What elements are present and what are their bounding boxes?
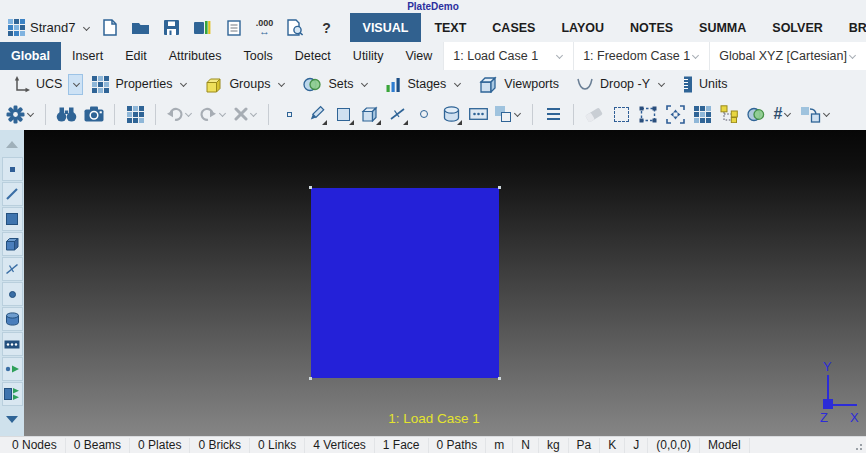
import-button[interactable]: [194, 16, 212, 40]
menu-detect[interactable]: Detect: [284, 42, 342, 70]
menu-utility[interactable]: Utility: [342, 42, 395, 70]
tab-visual[interactable]: VISUAL: [350, 13, 422, 42]
ucs-dropdown-button[interactable]: [68, 74, 83, 95]
find-button[interactable]: [56, 102, 77, 126]
brick-tool-button[interactable]: [360, 102, 380, 126]
status-unit-stress[interactable]: Pa: [569, 438, 601, 453]
status-unit-mass[interactable]: kg: [539, 438, 569, 453]
select-marquee-button[interactable]: [611, 102, 631, 126]
status-vertices[interactable]: 4 Vertices: [305, 438, 375, 453]
sidebar-beam-button[interactable]: [2, 182, 23, 206]
clear-selection-button[interactable]: [584, 102, 604, 126]
path-tool-button[interactable]: [468, 102, 488, 126]
vertex-tool-button[interactable]: [414, 102, 434, 126]
menu-view[interactable]: View: [394, 42, 443, 70]
plate-face[interactable]: [311, 188, 499, 378]
vertex-marker[interactable]: [309, 186, 312, 189]
vertex-marker[interactable]: [498, 186, 501, 189]
delete-button[interactable]: [234, 102, 258, 126]
settings-button[interactable]: [6, 102, 35, 126]
status-unit-temp[interactable]: K: [600, 438, 625, 453]
plate-tool-button[interactable]: [333, 102, 353, 126]
face-tool-button[interactable]: [441, 102, 461, 126]
menu-insert[interactable]: Insert: [61, 42, 114, 70]
select-region-button[interactable]: [638, 102, 658, 126]
link-tool-button[interactable]: [387, 102, 407, 126]
sidebar-node-button[interactable]: [2, 157, 23, 181]
sidebar-scroll-up-button[interactable]: [2, 132, 23, 156]
freedom-case-select[interactable]: 1: Freedom Case 1: [573, 42, 709, 70]
properties-button[interactable]: Properties: [84, 72, 196, 96]
help-button[interactable]: ?: [318, 16, 336, 40]
status-bricks[interactable]: 0 Bricks: [190, 438, 250, 453]
status-beams[interactable]: 0 Beams: [66, 438, 130, 453]
droop-button[interactable]: Droop -Y: [568, 72, 674, 96]
sidebar-plate-button[interactable]: [2, 207, 23, 231]
undo-button[interactable]: [166, 102, 193, 126]
status-unit-length[interactable]: m: [486, 438, 513, 453]
vertex-marker[interactable]: [309, 377, 312, 380]
list-options-button[interactable]: [543, 102, 563, 126]
new-document-icon: [103, 19, 117, 36]
sidebar-vertex-button[interactable]: [2, 282, 23, 306]
copy-move-button[interactable]: [800, 102, 831, 126]
sidebar-link-button[interactable]: [2, 257, 23, 281]
tab-layout[interactable]: LAYOU: [548, 13, 617, 42]
vertex-marker[interactable]: [498, 377, 501, 380]
status-unit-force[interactable]: N: [513, 438, 539, 453]
status-paths[interactable]: 0 Paths: [429, 438, 487, 453]
status-plates[interactable]: 0 Plates: [130, 438, 190, 453]
coordinate-system-select[interactable]: Global XYZ [Cartesian]: [709, 42, 866, 70]
app-menu-button[interactable]: Strand7: [8, 19, 91, 36]
sidebar-path-button[interactable]: [2, 332, 23, 356]
tab-solver[interactable]: SOLVER: [759, 13, 835, 42]
sets-button[interactable]: Sets: [295, 72, 377, 96]
text-summary-button[interactable]: [225, 16, 243, 40]
menu-attributes[interactable]: Attributes: [158, 42, 233, 70]
open-file-button[interactable]: [132, 16, 150, 40]
select-by-group-button[interactable]: [719, 102, 739, 126]
menu-tools[interactable]: Tools: [233, 42, 284, 70]
select-by-set-button[interactable]: [746, 102, 766, 126]
ucs-button[interactable]: UCS: [5, 72, 70, 96]
tab-browse[interactable]: BROWS: [836, 13, 866, 42]
status-nodes[interactable]: 0 Nodes: [4, 438, 66, 453]
layers-button[interactable]: [495, 102, 522, 126]
node-icon: [10, 167, 15, 172]
status-unit-energy[interactable]: J: [625, 438, 648, 453]
tab-summary[interactable]: SUMMA: [686, 13, 759, 42]
entity-display-button[interactable]: [125, 102, 145, 126]
status-links[interactable]: 0 Links: [250, 438, 305, 453]
beam-tool-button[interactable]: [306, 102, 326, 126]
preview-button[interactable]: [287, 16, 305, 40]
tab-notes[interactable]: NOTES: [617, 13, 686, 42]
sidebar-face-button[interactable]: [2, 307, 23, 331]
gear-icon: [6, 105, 25, 124]
new-file-button[interactable]: [101, 16, 119, 40]
units-button[interactable]: Units: [675, 72, 735, 96]
sidebar-brick-button[interactable]: [2, 232, 23, 256]
select-all-visible-button[interactable]: [665, 102, 685, 126]
select-all-button[interactable]: [692, 102, 712, 126]
sidebar-scroll-down-button[interactable]: [2, 407, 23, 431]
menu-global[interactable]: Global: [0, 42, 61, 70]
viewports-button[interactable]: Viewports: [471, 72, 567, 96]
menu-edit[interactable]: Edit: [114, 42, 158, 70]
select-by-number-button[interactable]: #: [773, 102, 793, 126]
snapshot-button[interactable]: [84, 102, 104, 126]
sidebar-plate-attr-button[interactable]: [2, 382, 23, 406]
node-tool-button[interactable]: [279, 102, 299, 126]
number-format-button[interactable]: .000 ↔: [256, 16, 274, 40]
model-viewport[interactable]: 1: Load Case 1 Y Z X: [24, 130, 866, 436]
brick-cube-icon: [5, 237, 20, 251]
save-button[interactable]: [163, 16, 181, 40]
tab-text[interactable]: TEXT: [421, 13, 479, 42]
stages-button[interactable]: Stages: [378, 72, 470, 96]
status-faces[interactable]: 1 Face: [375, 438, 429, 453]
sidebar-node-attr-button[interactable]: [2, 357, 23, 381]
resize-grip[interactable]: [852, 440, 862, 450]
redo-button[interactable]: [200, 102, 227, 126]
tab-cases[interactable]: CASES: [479, 13, 548, 42]
load-case-select[interactable]: 1: Load Case 1: [443, 42, 573, 70]
groups-button[interactable]: Groups: [197, 72, 294, 96]
